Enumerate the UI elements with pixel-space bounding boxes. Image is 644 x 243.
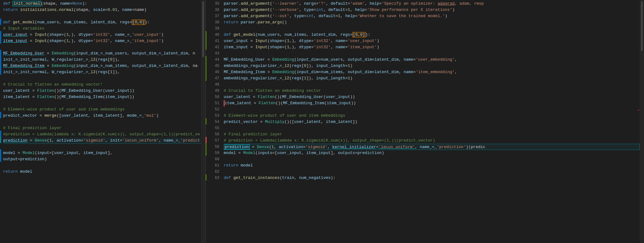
code-line: prediction = Dense(1, activation='sigmoi… <box>3 138 201 144</box>
code-line: parser.add_argument('--verbose', type=in… <box>224 7 640 13</box>
code-line: def get_model(num_users, num_items, late… <box>3 19 201 26</box>
right-scrollbar-thumb[interactable] <box>641 1 643 51</box>
code-line: embeddings_regularizer_=_l2(regs[0]), in… <box>224 63 640 69</box>
left-code-panel: def init_normal(shape, name=None): retur… <box>0 0 206 243</box>
left-code-content: def init_normal(shape, name=None): retur… <box>1 0 201 243</box>
code-line <box>224 169 640 175</box>
highlight-regs-right: [0,0] <box>353 32 365 37</box>
code-line <box>3 119 201 125</box>
scrollbar-thumb[interactable] <box>202 1 204 57</box>
code-line: MF_Embedding_User = Embedding(input_dim_… <box>3 50 201 57</box>
right-code-panel: 35 36 37 38 39 40 41 42 43 44 45 46 47 4… <box>206 0 644 243</box>
code-line <box>3 13 201 19</box>
right-scrollbar[interactable] <box>640 0 644 243</box>
code-line: def init_normal(shape, name=None): <box>3 1 201 7</box>
highlight-init-normal: init_normal <box>13 1 41 6</box>
code-line <box>3 175 201 181</box>
code-line <box>3 162 201 169</box>
code-line: def get_model(num_users, num_items, late… <box>224 32 640 38</box>
left-scrollbar[interactable] <box>201 0 205 243</box>
code-line: init_=_init_normal, W_regularizer_=_l2(r… <box>3 57 201 63</box>
code-line: # Crucial to flatten an embedding vector… <box>3 82 201 88</box>
code-line <box>224 156 640 162</box>
code-line <box>3 100 201 106</box>
code-line: prediction = Dense(1, activation='sigmoi… <box>224 144 640 150</box>
right-line-numbers: 35 36 37 38 39 40 41 42 43 44 45 46 47 4… <box>209 0 222 243</box>
code-line: # Element-wise product of user and item … <box>3 106 201 113</box>
code-line: # Crucial to flatten an embedding vector <box>224 88 640 94</box>
code-line: embeddings_regularizer_=_l2(regs[1]), in… <box>224 75 640 82</box>
code-line: # Input variables <box>3 26 201 32</box>
right-code-content: parser.add_argument('--learner', nargs='… <box>222 0 640 243</box>
code-line <box>3 75 201 82</box>
left-diff-gutter <box>0 0 1 243</box>
code-line: item_latent = Flatten()(MF_Embedding_Ite… <box>3 94 201 100</box>
code-line: return initializations.normal(shape, sca… <box>3 7 201 13</box>
code-line: user_latent = Flatten()(MF_Embedding_Use… <box>3 88 201 94</box>
code-line <box>224 26 640 32</box>
code-line <box>224 50 640 57</box>
code-line: model = Model(inputs=[user_input, item_i… <box>224 150 640 156</box>
code-line: MF_Embedding_Item = Embedding(input_dim=… <box>224 69 640 75</box>
code-line: item_input = Input(shape=(1,), dtype='in… <box>224 44 640 50</box>
code-line <box>224 125 640 131</box>
code-line: return parser.parse_args() <box>224 19 640 26</box>
code-line: item_input = Input(shape=(1,), dtype='in… <box>3 38 201 44</box>
code-line: # Element-wise product of user and item … <box>224 113 640 119</box>
code-line: item_latent = Flatten()(MF_Embedding_Ite… <box>224 100 640 106</box>
code-line: return model <box>224 162 640 169</box>
code-line: # Final prediction layer <box>3 125 201 131</box>
code-line: parser.add_argument('--learner', nargs='… <box>224 1 640 7</box>
highlight-regs-left: [0,0] <box>132 20 145 25</box>
code-line: user_input = Input(shape=(1,), dtype='in… <box>3 32 201 38</box>
code-line <box>224 82 640 88</box>
code-line: parser.add_argument('--out', type=int, d… <box>224 13 640 19</box>
code-line: output=prediction) <box>3 156 201 162</box>
code-line: predict_vector = Multiply()([user_latent… <box>224 119 640 125</box>
code-line: # Final prediction layer <box>224 131 640 138</box>
highlight-prediction: prediction <box>224 145 250 149</box>
code-line: def get_train_instances(train, num_negat… <box>224 175 640 181</box>
code-line: user_latent = Flatten()(MF_Embedding_Use… <box>224 94 640 100</box>
code-line: MF_Embedding_User = Embedding(input_dim=… <box>224 57 640 63</box>
code-line: #prediction = Lambda(lambda x: K.sigmoid… <box>3 131 201 138</box>
code-line <box>3 44 201 50</box>
code-line: predict_vector = merge([user_latent, ite… <box>3 113 201 119</box>
code-line: user_input = Input(shape=(1,), dtype='in… <box>224 38 640 44</box>
code-line: return model <box>3 169 201 175</box>
code-line: init_=_init_normal, W_regularizer_=_l2(r… <box>3 69 201 75</box>
code-line <box>3 144 201 150</box>
code-line: model = Model(input=[user_input, item_in… <box>3 150 201 156</box>
editor-pane: def init_normal(shape, name=None): retur… <box>0 0 644 243</box>
code-line <box>224 106 640 113</box>
code-line: # prediction = Lambda(lambda x: K.sigmoi… <box>224 138 640 144</box>
code-line: MF_Embedding_Item = Embedding(input_dim_… <box>3 63 201 69</box>
right-diff-gutter <box>206 0 209 243</box>
